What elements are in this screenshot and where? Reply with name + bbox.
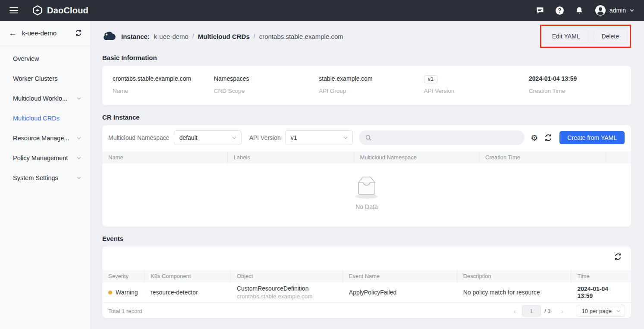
avatar-icon xyxy=(595,5,606,16)
events-col-description[interactable]: Description xyxy=(457,270,572,282)
no-data-icon xyxy=(350,174,383,201)
sidebar: ← k-uee-demo Overview Worker Clusters Mu… xyxy=(0,21,91,329)
warning-dot-icon xyxy=(108,291,112,294)
k8s-component-cell: resource-detector xyxy=(145,286,231,298)
page-size-select[interactable]: 10 per page xyxy=(577,305,625,317)
sidebar-instance-name: k-uee-demo xyxy=(22,29,57,37)
chevron-down-icon xyxy=(76,155,82,161)
messages-icon[interactable] xyxy=(536,6,544,15)
notifications-bell-icon[interactable] xyxy=(575,6,584,15)
object-cell: CustomResourceDefinition crontabs.stable… xyxy=(231,282,343,302)
delete-button[interactable]: Delete xyxy=(594,29,627,44)
basic-information-card: crontabs.stable.example.com Name Namespa… xyxy=(102,66,631,105)
user-name: admin xyxy=(609,7,626,14)
sidebar-item-multicloud-crds[interactable]: Multicloud CRDs xyxy=(0,108,90,128)
description-cell: No policy match for resource xyxy=(457,286,572,298)
sidebar-item-resource-management[interactable]: Resource Manage... xyxy=(0,128,90,148)
cr-col-actions xyxy=(606,152,631,164)
no-data-text: No Data xyxy=(355,203,377,210)
cr-instance-card: Multicloud Namespace default API Version… xyxy=(102,125,631,227)
cr-col-multicloud-namespace[interactable]: Multicloud Namespace xyxy=(354,152,480,164)
api-version-tag: v1 xyxy=(424,75,437,83)
info-field-name: crontabs.stable.example.com Name xyxy=(113,75,214,94)
breadcrumb-multicloud-crds[interactable]: Multicloud CRDs xyxy=(198,33,250,40)
cr-col-creation-time[interactable]: Creation Time xyxy=(479,152,606,164)
search-input[interactable] xyxy=(375,134,519,141)
info-field-api-version: v1 API Version xyxy=(424,75,529,94)
cr-filter-row: Multicloud Namespace default API Version… xyxy=(102,129,631,147)
breadcrumb-separator: / xyxy=(192,33,194,40)
edit-yaml-button[interactable]: Edit YAML xyxy=(544,29,588,44)
daocloud-brand[interactable]: DaoCloud xyxy=(32,5,88,16)
sidebar-item-system-settings[interactable]: System Settings xyxy=(0,168,90,188)
info-field-crd-scope: Namespaces CRD Scope xyxy=(214,75,319,94)
cr-col-name[interactable]: Name xyxy=(102,152,228,164)
events-col-event-name[interactable]: Event Name xyxy=(343,270,457,282)
event-name-cell: ApplyPolicyFailed xyxy=(343,286,457,298)
search-box[interactable] xyxy=(359,130,525,145)
cr-empty-state: No Data xyxy=(102,164,631,227)
events-table-row: Warning resource-detector CustomResource… xyxy=(102,282,631,303)
cr-instance-title: CR Instance xyxy=(102,114,631,121)
top-navbar: DaoCloud ? admin xyxy=(0,0,644,21)
chevron-down-icon xyxy=(76,136,82,141)
refresh-icon[interactable] xyxy=(544,133,553,142)
switch-instance-icon[interactable] xyxy=(75,29,82,37)
page-header: Instance: k-uee-demo / Multicloud CRDs /… xyxy=(102,27,631,46)
chevron-down-icon xyxy=(616,309,621,313)
time-cell: 2024-01-04 13:59 xyxy=(571,283,631,302)
back-arrow-icon[interactable]: ← xyxy=(9,29,17,37)
info-field-creation-time: 2024-01-04 13:59 Creation Time xyxy=(529,75,621,94)
next-page-icon[interactable]: › xyxy=(559,307,566,315)
cloud-icon xyxy=(102,31,116,41)
sidebar-menu: Overview Worker Clusters Multicloud Work… xyxy=(0,45,90,188)
current-page-input[interactable] xyxy=(522,305,541,316)
namespace-filter-label: Multicloud Namespace xyxy=(108,134,170,141)
events-refresh-icon[interactable] xyxy=(614,253,622,261)
gear-icon[interactable]: ⚙ xyxy=(531,134,538,142)
daocloud-logo-icon xyxy=(32,5,43,16)
breadcrumb-separator: / xyxy=(254,33,255,40)
chevron-down-icon xyxy=(343,135,348,140)
chevron-down-icon xyxy=(232,135,237,140)
chevron-down-icon xyxy=(76,96,82,101)
hamburger-menu-icon[interactable] xyxy=(9,7,18,13)
cr-table-header: Name Labels Multicloud Namespace Creatio… xyxy=(102,152,631,164)
api-version-filter-label: API Version xyxy=(249,134,281,141)
user-chevron-down-icon xyxy=(629,8,635,13)
events-col-severity[interactable]: Severity xyxy=(102,270,145,282)
breadcrumb-crd-name: crontabs.stable.example.com xyxy=(259,33,343,40)
sidebar-item-multicloud-workloads[interactable]: Multicloud Worklo... xyxy=(0,89,90,108)
user-menu[interactable]: admin xyxy=(595,5,635,16)
basic-information-title: Basic Information xyxy=(102,54,631,61)
events-table-header: Severity K8s Component Object Event Name… xyxy=(102,270,631,282)
events-col-k8s-component[interactable]: K8s Component xyxy=(145,270,231,282)
brand-name: DaoCloud xyxy=(47,6,88,16)
api-version-select[interactable]: v1 xyxy=(285,130,353,145)
events-title: Events xyxy=(102,235,631,242)
severity-cell: Warning xyxy=(102,286,145,298)
sidebar-item-policy-management[interactable]: Policy Management xyxy=(0,148,90,168)
previous-page-icon[interactable]: ‹ xyxy=(511,307,518,315)
events-toolbar xyxy=(102,247,631,266)
events-col-time[interactable]: Time xyxy=(571,270,631,282)
help-icon[interactable]: ? xyxy=(556,6,564,15)
cr-col-labels[interactable]: Labels xyxy=(228,152,354,164)
main-content: Instance: k-uee-demo / Multicloud CRDs /… xyxy=(91,21,644,329)
events-card: Severity K8s Component Object Event Name… xyxy=(102,247,631,318)
total-pages-text: / 1 xyxy=(544,308,550,314)
info-field-api-group: stable.example.com API Group xyxy=(319,75,424,94)
search-icon xyxy=(365,134,372,141)
events-pagination: Total 1 record ‹ / 1 › 10 per page xyxy=(102,303,631,319)
sidebar-item-overview[interactable]: Overview xyxy=(0,49,90,69)
total-records-text: Total 1 record xyxy=(108,308,142,314)
breadcrumb-instance[interactable]: k-uee-demo xyxy=(154,33,188,40)
instance-label: Instance: xyxy=(121,33,150,40)
page-actions: Edit YAML Delete xyxy=(540,25,631,48)
sidebar-item-worker-clusters[interactable]: Worker Clusters xyxy=(0,69,90,89)
create-from-yaml-button[interactable]: Create from YAML xyxy=(559,131,625,144)
events-col-object[interactable]: Object xyxy=(231,270,343,282)
namespace-select[interactable]: default xyxy=(174,130,242,145)
chevron-down-icon xyxy=(76,175,82,180)
